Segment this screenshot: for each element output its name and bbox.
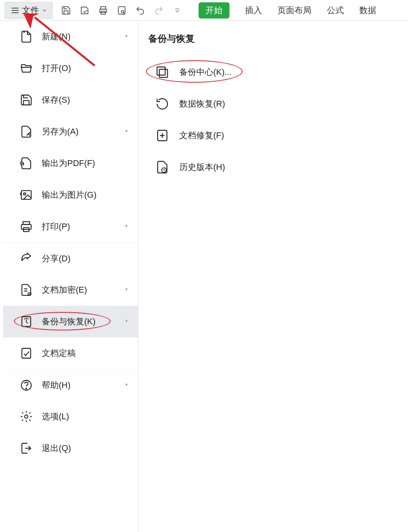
history-icon <box>154 159 171 176</box>
toolbar: 文件 开始 插入 页面布局 公式 数据 <box>0 0 408 21</box>
chevron-right-icon <box>124 382 129 389</box>
save-file-icon <box>18 91 35 108</box>
menu-item-label: 备份与恢复(K) <box>42 316 95 327</box>
gear-icon <box>18 408 35 425</box>
submenu-item-label: 文档修复(F) <box>179 130 224 141</box>
submenu-item-label: 历史版本(H) <box>179 161 225 173</box>
svg-rect-26 <box>160 69 168 78</box>
chevron-right-icon <box>124 33 129 40</box>
submenu-history[interactable]: 历史版本(H) <box>146 151 408 183</box>
menu-item-label: 分享(D) <box>42 253 71 264</box>
menu-item-label: 打印(P) <box>42 221 70 232</box>
chevron-right-icon <box>124 286 129 293</box>
menu-item-label: 帮助(H) <box>42 380 71 391</box>
dropdown-more-icon[interactable] <box>172 5 183 16</box>
backup-submenu-panel: 备份与恢复 备份中心(K)... 数据恢复(R) 文档修复(F) 历史版本(H) <box>138 21 408 532</box>
svg-rect-20 <box>22 348 31 358</box>
file-menu-panel: 新建(N) 打开(O) 保存(S) 另存为(A) 输出为PDF(F) <box>3 21 138 532</box>
submenu-doc-repair[interactable]: 文档修复(F) <box>146 120 408 151</box>
submenu-backup-center[interactable]: 备份中心(K)... <box>146 56 408 88</box>
pdf-icon <box>18 155 35 172</box>
tab-data[interactable]: 数据 <box>359 5 376 16</box>
chevron-right-icon <box>124 128 129 135</box>
exit-icon <box>18 440 35 457</box>
save-as-icon[interactable] <box>79 5 90 16</box>
menu-export-pdf[interactable]: 输出为PDF(F) <box>3 147 138 179</box>
menu-item-label: 退出(Q) <box>42 442 71 454</box>
file-menu-label: 文件 <box>22 5 39 16</box>
svg-rect-3 <box>101 7 106 9</box>
menu-item-label: 新建(N) <box>42 31 71 42</box>
menu-item-label: 文档加密(E) <box>42 284 87 296</box>
tab-start[interactable]: 开始 <box>199 2 230 19</box>
menu-item-label: 输出为PDF(F) <box>42 158 95 169</box>
save-icon[interactable] <box>60 5 72 16</box>
printer-icon <box>18 218 35 235</box>
submenu-item-label: 数据恢复(R) <box>179 98 225 110</box>
menu-open[interactable]: 打开(O) <box>3 53 138 84</box>
menu-item-label: 打开(O) <box>42 63 71 74</box>
menu-help[interactable]: 帮助(H) <box>3 369 138 401</box>
menu-item-label: 选项(L) <box>42 411 69 422</box>
menu-finalize[interactable]: 文档定稿 <box>3 337 138 369</box>
submenu-title: 备份与恢复 <box>148 32 408 45</box>
menu-exit[interactable]: 退出(Q) <box>3 432 138 464</box>
menu-print[interactable]: 打印(P) <box>3 211 138 242</box>
share-icon <box>18 250 35 267</box>
svg-point-22 <box>26 388 27 389</box>
hamburger-icon <box>10 6 20 15</box>
preview-icon[interactable] <box>116 5 128 16</box>
print-icon[interactable] <box>97 5 109 16</box>
new-file-icon <box>18 28 35 45</box>
backup-icon <box>18 313 35 330</box>
submenu-item-label: 备份中心(K)... <box>179 66 232 78</box>
tab-layout[interactable]: 页面布局 <box>277 5 311 16</box>
menu-save[interactable]: 保存(S) <box>3 84 138 116</box>
menu-item-label: 输出为图片(G) <box>42 189 97 201</box>
menu-item-label: 文档定稿 <box>42 347 76 359</box>
help-icon <box>18 377 35 394</box>
menu-encrypt[interactable]: 文档加密(E) <box>3 274 138 306</box>
tab-insert[interactable]: 插入 <box>245 5 262 16</box>
menu-options[interactable]: 选项(L) <box>3 401 138 432</box>
menu-item-label: 保存(S) <box>42 94 70 106</box>
lock-doc-icon <box>18 281 35 298</box>
undo-icon[interactable] <box>134 5 146 16</box>
svg-point-18 <box>28 293 30 295</box>
svg-rect-14 <box>21 224 31 229</box>
redo-icon[interactable] <box>153 5 165 16</box>
menu-new[interactable]: 新建(N) <box>3 21 138 53</box>
menu-saveas[interactable]: 另存为(A) <box>3 116 138 147</box>
file-menu-button[interactable]: 文件 <box>5 2 53 19</box>
svg-rect-25 <box>157 67 165 75</box>
check-doc-icon <box>18 345 35 362</box>
menu-export-image[interactable]: 输出为图片(G) <box>3 179 138 211</box>
folder-open-icon <box>18 60 35 77</box>
chevron-right-icon <box>124 318 129 325</box>
menu-item-label: 另存为(A) <box>42 126 78 137</box>
quick-access-bar <box>56 5 187 16</box>
chevron-down-icon <box>41 7 48 14</box>
save-as-file-icon <box>18 123 35 140</box>
menu-backup[interactable]: 备份与恢复(K) <box>3 306 138 337</box>
recover-icon <box>154 95 171 112</box>
submenu-data-recover[interactable]: 数据恢复(R) <box>146 88 408 120</box>
chevron-right-icon <box>124 223 129 230</box>
svg-rect-11 <box>21 191 31 200</box>
svg-point-23 <box>25 415 28 418</box>
repair-icon <box>154 127 171 144</box>
image-icon <box>18 186 35 203</box>
backup-center-icon <box>154 64 171 81</box>
svg-line-8 <box>123 12 124 14</box>
svg-point-12 <box>24 193 26 195</box>
tab-formula[interactable]: 公式 <box>327 5 344 16</box>
ribbon-tabs: 开始 插入 页面布局 公式 数据 <box>199 2 376 19</box>
menu-share[interactable]: 分享(D) <box>3 242 138 274</box>
